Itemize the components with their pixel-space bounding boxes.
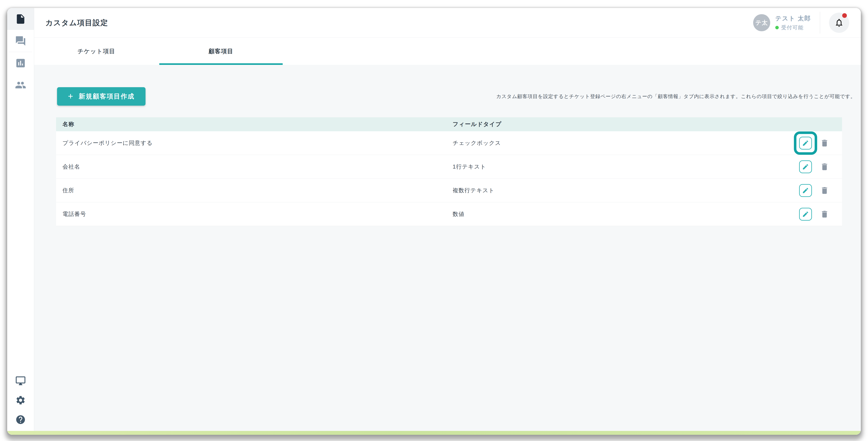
delete-button[interactable]	[820, 186, 829, 195]
delete-button[interactable]	[820, 163, 829, 171]
edit-button[interactable]	[799, 160, 812, 173]
content-area: + 新規顧客項目作成 カスタム顧客項目を設定するとチケット登録ページの右メニュー…	[34, 65, 861, 435]
create-customer-field-button[interactable]: + 新規顧客項目作成	[57, 87, 146, 106]
tab-customer-fields[interactable]: 顧客項目	[159, 38, 283, 65]
app-window: カスタム項目設定 テ太 テスト 太郎 受付可能 チケット	[7, 8, 861, 435]
pencil-icon	[802, 140, 809, 147]
table-row: プライバシーポリシーに同意する チェックボックス	[56, 131, 842, 155]
delete-button[interactable]	[820, 139, 829, 148]
field-type: 複数行テキスト	[453, 186, 776, 195]
sidebar-item-users[interactable]	[7, 74, 34, 96]
main-area: カスタム項目設定 テ太 テスト 太郎 受付可能 チケット	[34, 8, 861, 435]
row-actions	[776, 208, 842, 220]
edit-button[interactable]	[799, 208, 812, 220]
table-header: 名称 フィールドタイプ	[56, 117, 842, 131]
pencil-icon	[802, 211, 809, 218]
sidebar	[7, 8, 34, 435]
pencil-icon	[802, 187, 809, 194]
edit-button-wrap	[799, 184, 812, 197]
page-description: カスタム顧客項目を設定するとチケット登録ページの右メニューの「顧客情報」タブ内に…	[496, 93, 856, 100]
trash-icon	[820, 163, 829, 171]
edit-button-wrap	[799, 137, 812, 149]
sidebar-item-chat[interactable]	[7, 30, 34, 52]
edit-button[interactable]	[799, 184, 812, 197]
row-actions	[776, 184, 842, 197]
sidebar-item-reports[interactable]	[7, 52, 34, 74]
trash-icon	[820, 139, 829, 148]
chat-icon	[15, 35, 26, 47]
field-type: チェックボックス	[453, 139, 776, 147]
field-name: 電話番号	[56, 210, 453, 218]
avatar[interactable]: テ太	[753, 14, 770, 31]
field-name: 会社名	[56, 163, 453, 171]
user-status: 受付可能	[775, 24, 811, 31]
table-row: 電話番号 数値	[56, 202, 842, 226]
custom-fields-table: 名称 フィールドタイプ プライバシーポリシーに同意する チェックボックス 会社名…	[56, 117, 842, 226]
table-body: プライバシーポリシーに同意する チェックボックス 会社名 1行テキスト	[56, 131, 842, 226]
plus-icon: +	[68, 92, 74, 100]
edit-button[interactable]	[799, 137, 812, 149]
table-row: 住所 複数行テキスト	[56, 179, 842, 202]
edit-button-wrap	[799, 208, 812, 220]
notifications-button[interactable]	[829, 12, 849, 33]
field-type: 数値	[453, 210, 776, 218]
tab-bar: チケット項目 顧客項目	[34, 38, 861, 65]
column-header-name: 名称	[56, 120, 453, 128]
tab-ticket-fields[interactable]: チケット項目	[34, 38, 159, 65]
header-divider	[820, 12, 820, 34]
page-title: カスタム項目設定	[45, 18, 108, 28]
user-menu[interactable]: テスト 太郎 受付可能	[775, 14, 811, 31]
row-actions	[776, 160, 842, 173]
bell-icon	[834, 18, 844, 28]
app-header: カスタム項目設定 テ太 テスト 太郎 受付可能	[34, 8, 861, 38]
tab-label: 顧客項目	[209, 48, 234, 55]
edit-button-wrap	[799, 160, 812, 173]
sidebar-item-settings[interactable]	[7, 390, 34, 410]
field-name: 住所	[56, 186, 453, 195]
table-row: 会社名 1行テキスト	[56, 155, 842, 179]
people-icon	[15, 80, 26, 91]
trash-icon	[820, 210, 829, 219]
settings-gear-icon	[15, 395, 26, 406]
sidebar-item-tickets[interactable]	[7, 8, 34, 30]
status-dot-icon	[775, 26, 779, 29]
help-icon	[15, 414, 26, 425]
sidebar-item-help[interactable]	[7, 410, 34, 429]
header-right: テ太 テスト 太郎 受付可能	[753, 12, 849, 34]
row-actions	[776, 137, 842, 149]
bar-chart-icon	[15, 57, 26, 69]
toolbar: + 新規顧客項目作成 カスタム顧客項目を設定するとチケット登録ページの右メニュー…	[57, 87, 856, 106]
pencil-icon	[802, 163, 809, 170]
bottom-accent-bar	[7, 431, 861, 435]
field-name: プライバシーポリシーに同意する	[56, 139, 453, 147]
create-button-label: 新規顧客項目作成	[79, 92, 135, 101]
sidebar-item-monitor[interactable]	[7, 371, 34, 390]
monitor-icon	[15, 376, 26, 386]
trash-icon	[820, 186, 829, 195]
document-icon	[15, 13, 26, 25]
column-header-type: フィールドタイプ	[453, 120, 776, 128]
sidebar-spacer	[7, 96, 34, 371]
notification-badge	[842, 13, 847, 18]
field-type: 1行テキスト	[453, 163, 776, 171]
tab-label: チケット項目	[78, 48, 116, 55]
user-name: テスト 太郎	[775, 14, 811, 23]
status-label: 受付可能	[781, 24, 804, 31]
delete-button[interactable]	[820, 210, 829, 219]
